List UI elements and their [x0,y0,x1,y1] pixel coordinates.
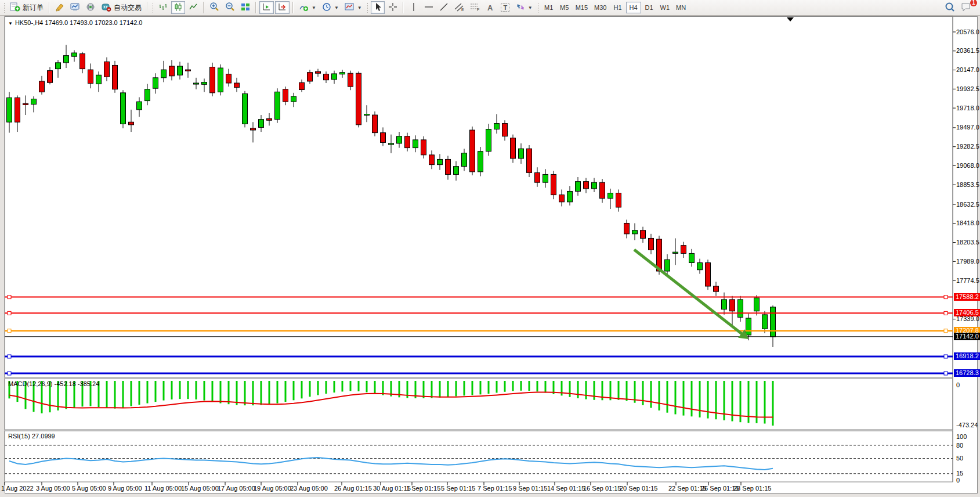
window-bottom-strip [0,494,980,497]
separator [292,2,294,13]
horizontal-line-tool-button[interactable] [422,1,436,14]
date-axis-label: 9 Sep 01:15 [513,485,547,492]
vertical-line-tool-button[interactable] [407,1,421,14]
date-axis-label: 5 Sep 01:15 [441,485,475,492]
periods-button[interactable]: ▼ [320,1,341,14]
date-axis-label: 26 Aug 01:15 [334,485,372,492]
tile-windows-icon [241,2,250,13]
new-order-label: 新订单 [23,3,44,13]
toolbar-drag-handle[interactable] [152,2,154,13]
line-chart-mode-button[interactable] [186,1,200,14]
bar-chart-mode-button[interactable] [156,1,170,14]
separator [203,2,204,13]
separator [403,2,404,13]
timeframe-button-m1[interactable]: M1 [541,2,556,13]
price-line-tag: 16728.3 [954,369,980,377]
fibonacci-tool-button[interactable]: F [468,1,482,14]
cursor-tool-button[interactable] [371,1,385,14]
broadcast-button[interactable] [84,1,97,14]
separator [49,2,50,13]
separator [255,2,256,13]
rsi-pane-label: RSI(15) 27.0999 [8,433,55,440]
timeframe-button-w1[interactable]: W1 [657,2,673,13]
bar-chart-icon [158,2,168,13]
text-label-tool-button[interactable]: T [498,1,512,14]
rsi-level-label: 80 [956,442,963,449]
macd-pane-label: MACD(12,26,9) -452.18 -385.24 [8,380,99,387]
tile-windows-button[interactable] [238,1,252,14]
price-line-tag: 17406.5 [954,309,980,316]
price-tick-label: 18632.5 [956,201,979,208]
new-order-icon [10,2,20,13]
toolbar-drag-handle[interactable] [367,2,368,13]
macd-axis-min-label: -473.24 [956,422,978,428]
arrows-shapes-icon [516,2,525,13]
auto-trading-button[interactable]: 自动交易 [99,1,144,14]
timeframe-button-d1[interactable]: D1 [642,2,657,13]
arrows-tool-button[interactable]: ▼ [513,1,535,14]
date-axis-label: 23 Aug 05:00 [290,485,328,492]
date-axis-label: 17 Aug 05:00 [218,485,255,492]
cursor-icon [374,2,382,13]
styles-crayon-button[interactable] [53,1,67,14]
current-price-tag: 17142.0 [954,333,980,340]
notifications-button[interactable]: 1 [959,1,974,14]
candlestick-mode-button[interactable] [171,1,185,14]
new-order-button[interactable]: 新订单 [8,1,46,14]
timeframe-button-h4[interactable]: H4 [626,2,641,13]
monitor-chart-icon [70,2,80,13]
chart-shift-button[interactable] [275,1,290,14]
timeframe-button-m15[interactable]: M15 [573,2,591,13]
chart-header: ▼HK50-,H4 17469.0 17493.0 17023.0 17142.… [8,19,143,26]
trendline-tool-button[interactable] [437,1,451,14]
auto-scroll-button[interactable] [259,1,274,14]
indicators-button[interactable]: ▼ [296,1,319,14]
timeframe-button-m30[interactable]: M30 [591,2,609,13]
crosshair-icon [388,2,397,13]
price-line-tag: 16918.2 [954,352,980,360]
timeframe-button-h1[interactable]: H1 [610,2,625,13]
price-tick-label: 18203.5 [956,239,979,246]
search-button[interactable] [942,1,957,14]
date-axis-label: 14 Sep 01:15 [547,485,585,492]
date-axis-label: 1 Sep 01:15 [406,485,440,492]
search-icon [945,2,955,14]
templates-button[interactable]: ▼ [342,1,364,14]
date-axis-label: 11 Aug 05:00 [144,485,182,492]
macd-axis-max-label: 0 [956,381,960,388]
date-axis-label: 3 Aug 05:00 [36,485,70,492]
equidistant-channel-tool-button[interactable]: E [452,1,467,14]
one-click-trading-collapse-icon[interactable]: ▼ [8,21,13,26]
zoom-out-icon [225,2,235,13]
rsi-level-label: 100 [956,433,967,440]
template-icon [345,2,355,13]
dropdown-caret: ▼ [334,5,339,10]
price-tick-label: 20361.5 [956,47,979,54]
price-tick-label: 19068.0 [956,162,979,169]
chart-window [5,16,978,494]
toolbar-drag-handle[interactable] [3,2,5,13]
date-axis-label: 5 Aug 05:00 [72,485,106,492]
crayon-icon [55,2,64,13]
trendline-icon [439,2,449,13]
timeframe-button-mn[interactable]: MN [673,2,689,13]
text-tool-button[interactable]: A [483,1,497,14]
svg-text:E: E [461,8,464,12]
timeframe-toolbar: M1M5M15M30H1H4D1W1MN [541,2,689,13]
auto-trading-label: 自动交易 [114,3,142,13]
zoom-out-button[interactable] [223,1,237,14]
timeframe-button-m5[interactable]: M5 [557,2,572,13]
price-tick-label: 20147.0 [956,66,979,73]
market-watch-button[interactable] [68,1,82,14]
speaker-icon [86,2,95,13]
rsi-level-label: 15 [956,470,963,477]
date-axis-label: 28 Sep 01:15 [733,485,771,492]
toolbar-drag-handle[interactable] [537,2,539,13]
zoom-in-button[interactable] [207,1,222,14]
price-tick-label: 19718.0 [956,105,979,111]
price-tick-label: 17989.0 [956,258,979,265]
line-chart-icon [189,2,198,13]
candlestick-icon [173,2,183,13]
separator [147,2,148,13]
crosshair-tool-button[interactable] [386,1,400,14]
